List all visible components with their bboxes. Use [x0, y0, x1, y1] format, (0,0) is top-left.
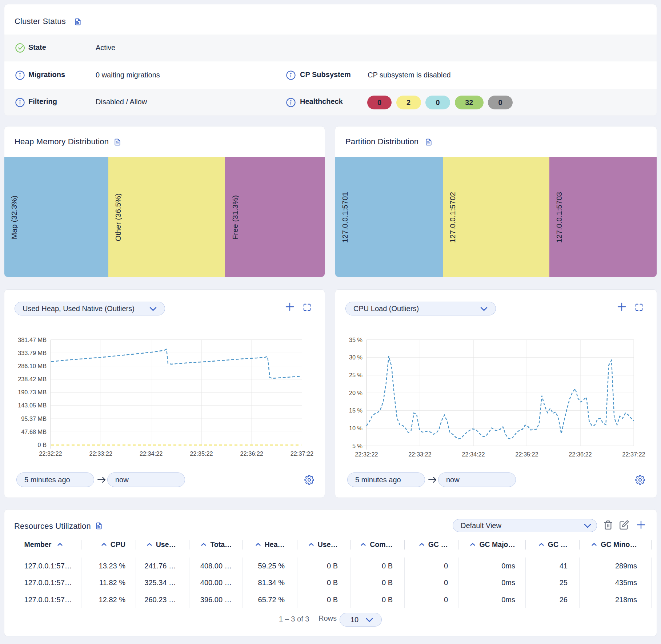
svg-text:22:37:22: 22:37:22 — [622, 451, 645, 458]
svg-text:15 %: 15 % — [349, 407, 362, 414]
svg-text:30 %: 30 % — [349, 354, 362, 361]
svg-text:0 B: 0 B — [38, 442, 47, 448]
svg-text:10 %: 10 % — [349, 425, 362, 431]
svg-text:333.79 MB: 333.79 MB — [18, 350, 47, 356]
svg-text:95.37 MB: 95.37 MB — [21, 415, 47, 422]
svg-text:22:35:22: 22:35:22 — [190, 450, 213, 457]
svg-text:22:37:22: 22:37:22 — [291, 450, 313, 457]
svg-text:238.42 MB: 238.42 MB — [18, 376, 47, 382]
svg-text:286.10 MB: 286.10 MB — [18, 363, 47, 369]
svg-text:22:32:22: 22:32:22 — [355, 451, 378, 458]
svg-text:22:35:22: 22:35:22 — [515, 451, 538, 458]
svg-text:190.73 MB: 190.73 MB — [18, 389, 47, 395]
svg-text:35 %: 35 % — [349, 337, 362, 343]
svg-text:22:36:22: 22:36:22 — [569, 451, 592, 458]
svg-text:22:33:22: 22:33:22 — [89, 450, 112, 457]
svg-text:22:32:22: 22:32:22 — [39, 450, 62, 457]
svg-text:381.47 MB: 381.47 MB — [18, 337, 47, 343]
svg-text:20 %: 20 % — [349, 390, 362, 396]
svg-text:143.05 MB: 143.05 MB — [18, 402, 47, 408]
svg-text:22:33:22: 22:33:22 — [408, 451, 431, 458]
svg-text:25 %: 25 % — [349, 372, 362, 378]
svg-text:22:34:22: 22:34:22 — [462, 451, 485, 458]
svg-text:22:34:22: 22:34:22 — [140, 450, 163, 457]
svg-text:5 %: 5 % — [352, 443, 362, 449]
svg-text:47.68 MB: 47.68 MB — [21, 428, 47, 435]
svg-text:22:36:22: 22:36:22 — [240, 450, 263, 457]
